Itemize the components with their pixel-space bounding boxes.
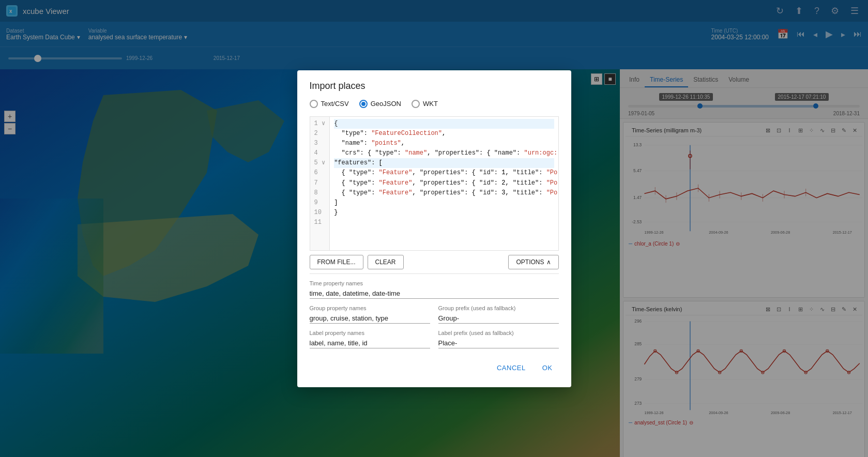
group-options-row: Group property names Group prefix (used … <box>310 305 559 324</box>
time-property-label: Time property names <box>310 280 559 286</box>
label-property-input[interactable] <box>310 338 430 348</box>
label-prefix-input[interactable] <box>438 338 559 348</box>
dialog-title: Import places <box>297 70 571 100</box>
time-property-input[interactable] <box>310 288 559 299</box>
line-numbers: 1 ∨ 2 3 4 5 ∨ 6 7 8 9 10 11 <box>310 117 330 250</box>
time-property-field: Time property names <box>310 280 559 299</box>
radio-wkt-circle <box>412 100 420 108</box>
radio-text-csv[interactable]: Text/CSV <box>310 100 349 108</box>
group-prefix-field: Group prefix (used as fallback) <box>438 305 559 324</box>
radio-geojson-circle <box>359 100 368 108</box>
radio-wkt[interactable]: WKT <box>412 100 438 108</box>
label-options-row: Label property names Label prefix (used … <box>310 330 559 348</box>
radio-text-csv-label: Text/CSV <box>321 100 349 108</box>
dialog-actions: CANCEL OK <box>310 355 559 379</box>
group-prefix-label: Group prefix (used as fallback) <box>438 305 559 311</box>
radio-text-csv-circle <box>310 100 318 108</box>
chevron-up-icon: ∧ <box>546 258 551 266</box>
radio-wkt-label: WKT <box>423 100 438 108</box>
time-property-row: Time property names <box>310 280 559 299</box>
group-prefix-input[interactable] <box>438 313 559 324</box>
ok-button[interactable]: OK <box>536 361 559 375</box>
options-button[interactable]: OPTIONS ∧ <box>508 255 558 269</box>
label-prefix-field: Label prefix (used as fallback) <box>438 330 559 348</box>
dialog-file-buttons: FROM FILE... CLEAR OPTIONS ∧ <box>310 251 559 273</box>
cancel-button[interactable]: CANCEL <box>491 361 532 375</box>
code-content[interactable]: { "type": "FeatureCollection", "name": "… <box>330 117 558 250</box>
radio-geojson-label: GeoJSON <box>371 100 401 108</box>
format-radio-group: Text/CSV GeoJSON WKT <box>310 100 559 108</box>
dialog-overlay: Import places Text/CSV GeoJSON WKT <box>0 0 868 457</box>
options-section: Time property names Group property names… <box>310 273 559 348</box>
dialog-content: Text/CSV GeoJSON WKT 1 ∨ 2 3 4 5 <box>297 100 571 387</box>
radio-geojson[interactable]: GeoJSON <box>359 100 401 108</box>
group-property-input[interactable] <box>310 313 430 324</box>
label-prefix-label: Label prefix (used as fallback) <box>438 330 559 336</box>
label-property-label: Label property names <box>310 330 430 336</box>
clear-button[interactable]: CLEAR <box>368 255 404 269</box>
import-places-dialog: Import places Text/CSV GeoJSON WKT <box>297 70 571 387</box>
from-file-button[interactable]: FROM FILE... <box>310 255 363 269</box>
group-property-field: Group property names <box>310 305 430 324</box>
code-editor[interactable]: 1 ∨ 2 3 4 5 ∨ 6 7 8 9 10 11 { "type": "F… <box>310 116 559 251</box>
group-property-label: Group property names <box>310 305 430 311</box>
label-property-field: Label property names <box>310 330 430 348</box>
